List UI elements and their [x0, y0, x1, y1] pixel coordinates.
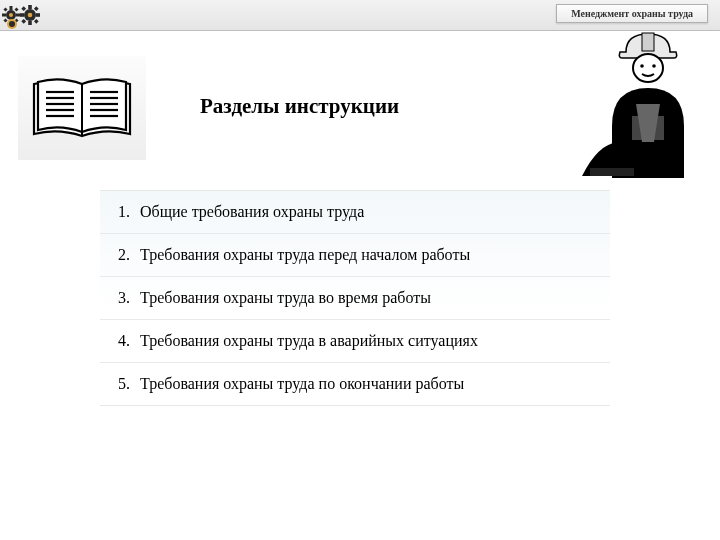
- sections-list: 1.Общие требования охраны труда 2.Требов…: [100, 190, 610, 406]
- list-item: 4.Требования охраны труда в аварийных си…: [100, 319, 610, 362]
- header-badge: Менеджмент охраны труда: [556, 4, 708, 23]
- svg-rect-5: [16, 14, 20, 17]
- item-number: 1.: [118, 203, 130, 220]
- svg-rect-4: [2, 14, 6, 17]
- svg-rect-9: [14, 7, 18, 11]
- item-text: Требования охраны труда во время работы: [140, 289, 431, 306]
- topbar: Менеджмент охраны труда: [0, 0, 720, 31]
- item-text: Требования охраны труда по окончании раб…: [140, 375, 464, 392]
- svg-point-21: [9, 21, 15, 27]
- item-text: Общие требования охраны труда: [140, 203, 364, 220]
- worker-illustration: [582, 30, 716, 178]
- list-item: 5.Требования охраны труда по окончании р…: [100, 362, 610, 405]
- gears-icon: [0, 0, 44, 30]
- item-text: Требования охраны труда в аварийных ситу…: [140, 332, 478, 349]
- svg-rect-12: [28, 5, 32, 9]
- list-item: 2.Требования охраны труда перед началом …: [100, 233, 610, 276]
- svg-rect-6: [3, 7, 7, 11]
- topbar-icons: [0, 0, 44, 30]
- item-number: 5.: [118, 375, 130, 392]
- page-heading: Разделы инструкции: [200, 94, 399, 119]
- list-item: 1.Общие требования охраны труда: [100, 191, 610, 233]
- item-number: 4.: [118, 332, 130, 349]
- construction-worker-icon: [582, 30, 716, 178]
- svg-rect-19: [34, 6, 39, 11]
- svg-rect-13: [28, 21, 32, 25]
- item-text: Требования охраны труда перед началом ра…: [140, 246, 470, 263]
- svg-point-1: [9, 13, 13, 17]
- svg-rect-17: [34, 19, 39, 24]
- open-book-icon: [28, 70, 136, 146]
- svg-rect-15: [36, 13, 40, 17]
- svg-rect-8: [3, 18, 7, 22]
- svg-rect-18: [21, 19, 26, 24]
- svg-point-33: [633, 54, 663, 82]
- svg-rect-32: [642, 33, 654, 51]
- item-number: 2.: [118, 246, 130, 263]
- svg-point-11: [28, 13, 33, 18]
- item-number: 3.: [118, 289, 130, 306]
- svg-point-35: [652, 64, 656, 68]
- svg-rect-14: [20, 13, 24, 17]
- svg-point-34: [640, 64, 644, 68]
- list-item: 3.Требования охраны труда во время работ…: [100, 276, 610, 319]
- svg-rect-37: [590, 168, 634, 176]
- book-tile: [18, 56, 146, 160]
- svg-rect-16: [21, 6, 26, 11]
- svg-rect-2: [10, 6, 13, 10]
